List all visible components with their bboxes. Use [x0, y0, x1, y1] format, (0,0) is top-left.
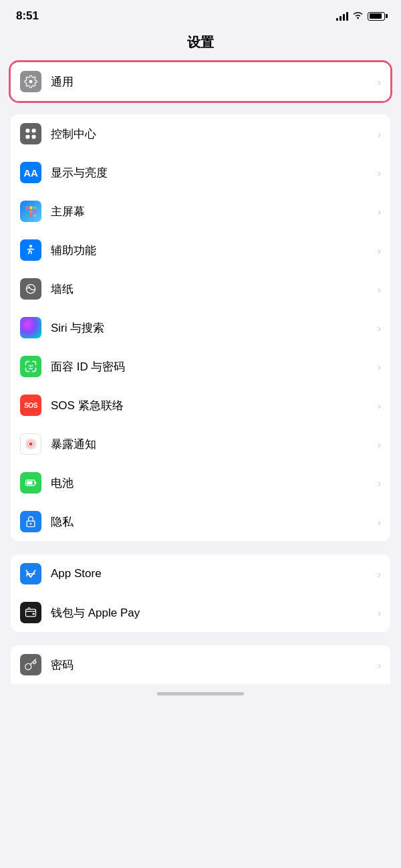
- home-screen-chevron: ›: [378, 206, 381, 217]
- svg-rect-6: [29, 207, 32, 209]
- accessibility-label: 辅助功能: [51, 243, 374, 258]
- svg-rect-4: [32, 135, 36, 139]
- battery-label: 电池: [51, 475, 374, 491]
- home-screen-label: 主屏幕: [51, 204, 374, 219]
- svg-point-17: [29, 443, 33, 446]
- general-icon: [20, 71, 41, 92]
- faceid-chevron: ›: [378, 361, 381, 372]
- home-screen-icon: [20, 201, 41, 222]
- display-label: 显示与亮度: [51, 165, 374, 181]
- signal-icon: [336, 11, 348, 21]
- settings-item-wallet[interactable]: 钱包与 Apple Pay ›: [11, 593, 390, 632]
- status-bar: 8:51: [0, 0, 401, 28]
- wallpaper-icon: [20, 278, 41, 300]
- sos-chevron: ›: [378, 400, 381, 411]
- svg-rect-10: [33, 210, 36, 213]
- svg-rect-3: [26, 135, 30, 139]
- privacy-label: 隐私: [51, 514, 374, 530]
- control-center-label: 控制中心: [51, 126, 374, 142]
- passwords-chevron: ›: [378, 659, 381, 671]
- settings-item-sos[interactable]: SOS SOS 紧急联络 ›: [11, 386, 390, 425]
- sos-label: SOS 紧急联络: [51, 398, 374, 413]
- settings-item-home-screen[interactable]: 主屏幕 ›: [11, 192, 390, 231]
- settings-group-highlighted: 通用 ›: [11, 62, 390, 101]
- settings-group-passwords: 密码 ›: [11, 645, 390, 684]
- battery-status-icon: [368, 12, 385, 21]
- faceid-label: 面容 ID 与密码: [51, 359, 374, 374]
- svg-point-14: [29, 245, 32, 247]
- control-center-icon: [20, 123, 41, 144]
- appstore-icon: A: [20, 563, 41, 584]
- settings-item-accessibility[interactable]: 辅助功能 ›: [11, 231, 390, 269]
- svg-rect-1: [26, 129, 30, 133]
- accessibility-icon: [20, 239, 41, 261]
- settings-item-general[interactable]: 通用 ›: [11, 62, 390, 101]
- siri-chevron: ›: [378, 322, 381, 334]
- display-icon: AA: [20, 162, 41, 183]
- sos-icon: SOS: [20, 395, 41, 416]
- settings-item-battery[interactable]: 电池 ›: [11, 463, 390, 502]
- home-indicator: [157, 692, 244, 695]
- settings-item-appstore[interactable]: A App Store ›: [11, 554, 390, 593]
- svg-rect-9: [29, 210, 32, 213]
- wallet-chevron: ›: [378, 607, 381, 619]
- settings-item-passwords[interactable]: 密码 ›: [11, 645, 390, 684]
- wallet-label: 钱包与 Apple Pay: [51, 605, 374, 621]
- svg-rect-7: [33, 207, 36, 209]
- svg-rect-25: [26, 609, 36, 617]
- status-time: 8:51: [16, 9, 39, 23]
- siri-icon: [20, 317, 41, 338]
- privacy-icon: [20, 511, 41, 532]
- siri-label: Siri 与搜索: [51, 320, 374, 336]
- exposure-icon: [20, 433, 41, 455]
- display-chevron: ›: [378, 167, 381, 179]
- battery-chevron: ›: [378, 477, 381, 489]
- battery-icon: [20, 472, 41, 494]
- accessibility-chevron: ›: [378, 245, 381, 256]
- svg-rect-2: [32, 129, 36, 133]
- wallpaper-label: 墙纸: [51, 282, 374, 297]
- svg-rect-26: [33, 613, 35, 615]
- settings-item-wallpaper[interactable]: 墙纸 ›: [11, 269, 390, 308]
- privacy-chevron: ›: [378, 516, 381, 528]
- settings-item-siri[interactable]: Siri 与搜索 ›: [11, 308, 390, 347]
- wallet-icon: [20, 602, 41, 623]
- settings-item-privacy[interactable]: 隐私 ›: [11, 502, 390, 541]
- settings-item-exposure[interactable]: 暴露通知 ›: [11, 425, 390, 463]
- svg-point-0: [357, 17, 359, 19]
- general-chevron: ›: [378, 76, 381, 88]
- page-title: 设置: [0, 28, 401, 62]
- status-icons: [336, 11, 385, 21]
- settings-item-control-center[interactable]: 控制中心 ›: [11, 114, 390, 153]
- svg-rect-21: [27, 481, 32, 485]
- svg-rect-12: [29, 214, 32, 217]
- wifi-icon: [352, 11, 364, 21]
- exposure-label: 暴露通知: [51, 437, 374, 452]
- home-bar: [0, 684, 401, 701]
- general-label: 通用: [51, 74, 374, 90]
- svg-rect-5: [26, 207, 29, 209]
- passwords-label: 密码: [51, 657, 374, 673]
- control-center-chevron: ›: [378, 128, 381, 140]
- passwords-icon: [20, 654, 41, 675]
- wallpaper-chevron: ›: [378, 284, 381, 295]
- svg-point-16: [28, 286, 30, 288]
- appstore-chevron: ›: [378, 568, 381, 580]
- faceid-icon: [20, 356, 41, 377]
- exposure-chevron: ›: [378, 439, 381, 450]
- settings-item-faceid[interactable]: 面容 ID 与密码 ›: [11, 347, 390, 386]
- svg-rect-8: [26, 210, 29, 213]
- svg-rect-13: [33, 214, 36, 217]
- svg-point-22: [30, 523, 32, 525]
- settings-group-appstore: A App Store › 钱包与 Apple Pay ›: [11, 554, 390, 632]
- appstore-label: App Store: [51, 567, 374, 580]
- svg-rect-11: [26, 214, 29, 217]
- settings-group-main: 控制中心 › AA 显示与亮度 › 主屏幕 ›: [11, 114, 390, 541]
- settings-item-display[interactable]: AA 显示与亮度 ›: [11, 153, 390, 192]
